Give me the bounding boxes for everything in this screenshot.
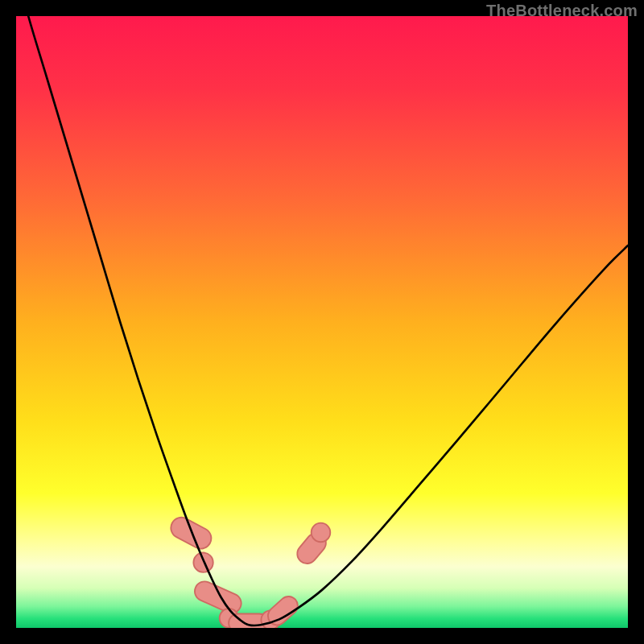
chart-frame: TheBottleneck.com <box>0 0 644 644</box>
bottleneck-curve <box>16 16 628 628</box>
curve-marker <box>192 579 244 617</box>
plot-area <box>16 16 628 628</box>
curve-marker <box>312 523 331 543</box>
